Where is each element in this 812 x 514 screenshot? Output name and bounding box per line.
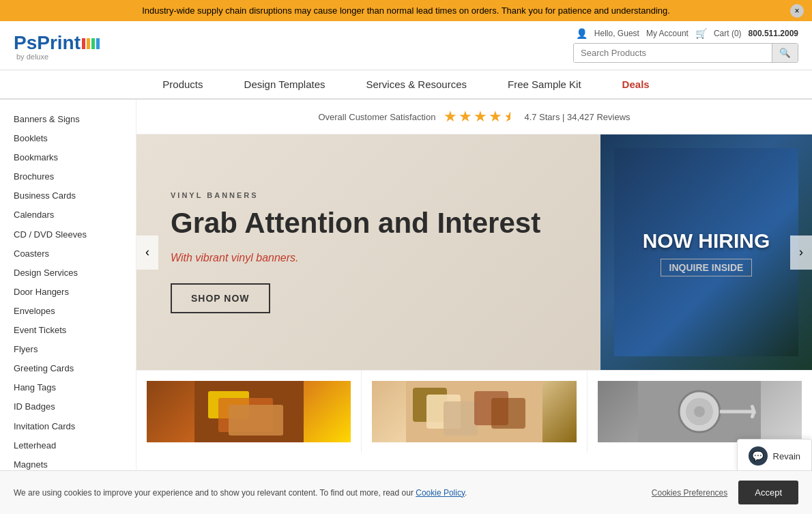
nav-item-design-templates[interactable]: Design Templates — [244, 78, 325, 90]
chat-icon: 💬 — [752, 451, 764, 461]
svg-point-13 — [694, 406, 705, 417]
sidebar-item-coasters[interactable]: Coasters — [14, 244, 122, 263]
cart-link[interactable]: Cart (0) — [714, 29, 742, 38]
rating-text: 4.7 Stars | 34,427 Reviews — [524, 112, 630, 122]
sidebar-item-calendars[interactable]: Calendars — [14, 205, 122, 225]
sidebar-item-greeting-cards[interactable]: Greeting Cards — [14, 359, 122, 378]
nav-item-services[interactable]: Services & Resources — [366, 78, 467, 90]
header: PsPrint by deluxe 👤 Hello, Guest My Acco… — [0, 21, 812, 70]
sidebar-item-hang-tags[interactable]: Hang Tags — [14, 378, 122, 397]
revain-icon: 💬 — [749, 446, 768, 466]
cookie-policy-link[interactable]: Cookie Policy — [416, 488, 465, 498]
phone-number: 800.511.2009 — [749, 29, 798, 38]
hero-desc: With vibrant vinyl banners. — [171, 252, 566, 264]
svg-rect-7 — [444, 401, 478, 436]
nav-item-free-sample[interactable]: Free Sample Kit — [508, 78, 581, 90]
top-banner: Industry-wide supply chain disruptions m… — [0, 0, 812, 21]
sidebar-item-envelopes[interactable]: Envelopes — [14, 302, 122, 321]
banner-text: Industry-wide supply chain disruptions m… — [142, 5, 670, 16]
main-nav: Products Design Templates Services & Res… — [0, 70, 812, 100]
cookie-text: We are using cookies to improve your exp… — [14, 488, 491, 498]
user-icon: 👤 — [576, 28, 588, 39]
product-card-boxes[interactable] — [362, 371, 587, 453]
sidebar-item-cd-dvd-sleeves[interactable]: CD / DVD Sleeves — [14, 225, 122, 244]
nav-item-deals[interactable]: Deals — [622, 78, 650, 90]
revain-widget[interactable]: 💬 Revain — [737, 439, 812, 473]
satisfaction-label: Overall Customer Satisfaction — [318, 112, 435, 122]
sidebar-item-id-badges[interactable]: ID Badges — [14, 397, 122, 416]
sidebar-item-event-tickets[interactable]: Event Tickets — [14, 321, 122, 340]
stars: ★★★★⯨ — [444, 108, 516, 126]
product-cards-row — [136, 370, 812, 453]
logo-subtitle: by deluxe — [16, 53, 48, 61]
product-card-image-labels — [598, 381, 802, 442]
content-area: Banners & Signs Booklets Bookmarks Broch… — [0, 100, 812, 514]
sidebar-item-business-cards[interactable]: Business Cards — [14, 186, 122, 205]
hiring-text-line1: NOW HIRING — [643, 229, 770, 253]
shop-now-button[interactable]: SHOP NOW — [171, 283, 270, 313]
nav-item-products[interactable]: Products — [162, 78, 203, 90]
revain-label: Revain — [773, 451, 800, 461]
sidebar: Banners & Signs Booklets Bookmarks Broch… — [0, 100, 136, 514]
main-content: Overall Customer Satisfaction ★★★★⯨ 4.7 … — [136, 100, 812, 514]
svg-rect-3 — [229, 405, 283, 436]
logo-text: PsPrint — [14, 31, 100, 54]
carousel-next-button[interactable]: › — [790, 235, 812, 270]
sidebar-item-booklets[interactable]: Booklets — [14, 129, 122, 148]
sidebar-item-door-hangers[interactable]: Door Hangers — [14, 283, 122, 302]
sidebar-item-flyers[interactable]: Flyers — [14, 340, 122, 359]
sidebar-item-brochures[interactable]: Brochures — [14, 167, 122, 186]
satisfaction-bar: Overall Customer Satisfaction ★★★★⯨ 4.7 … — [136, 100, 812, 134]
svg-rect-9 — [491, 398, 525, 429]
search-bar: 🔍 — [573, 43, 798, 63]
sidebar-item-letterhead[interactable]: Letterhead — [14, 436, 122, 455]
carousel-prev-button[interactable]: ‹ — [136, 235, 158, 270]
product-card-image-boxes — [372, 381, 576, 442]
search-icon: 🔍 — [779, 48, 791, 58]
banner-close-button[interactable]: × — [790, 4, 804, 18]
sidebar-item-banners-signs[interactable]: Banners & Signs — [14, 110, 122, 129]
hero-title: Grab Attention and Interest — [171, 206, 566, 240]
product-card-image-business-cards — [147, 381, 351, 442]
greeting-text: Hello, Guest — [594, 29, 639, 38]
search-input[interactable] — [574, 44, 772, 62]
my-account-link[interactable]: My Account — [646, 29, 688, 38]
hero-content: VINYL BANNERS Grab Attention and Interes… — [136, 164, 600, 340]
header-top-links: 👤 Hello, Guest My Account 🛒 Cart (0) 800… — [576, 28, 798, 39]
hiring-text-line2: INQUIRE INSIDE — [661, 259, 753, 276]
cookie-preferences-button[interactable]: Cookies Preferences — [652, 488, 727, 498]
search-button[interactable]: 🔍 — [772, 44, 798, 62]
logo[interactable]: PsPrint by deluxe — [14, 31, 100, 61]
cookie-actions: Cookies Preferences Accept — [652, 481, 798, 504]
header-right: 👤 Hello, Guest My Account 🛒 Cart (0) 800… — [573, 28, 798, 63]
product-card-business-cards[interactable] — [136, 371, 362, 453]
sidebar-item-design-services[interactable]: Design Services — [14, 263, 122, 283]
cookie-accept-button[interactable]: Accept — [738, 481, 798, 504]
sidebar-item-invitation-cards[interactable]: Invitation Cards — [14, 417, 122, 436]
hero-banner: VINYL BANNERS Grab Attention and Interes… — [136, 134, 812, 370]
hero-image: NOW HIRING INQUIRE INSIDE — [600, 134, 812, 370]
cart-icon: 🛒 — [695, 28, 707, 39]
cookie-banner: We are using cookies to improve your exp… — [0, 470, 812, 514]
hero-subtitle: VINYL BANNERS — [171, 191, 566, 199]
sidebar-item-bookmarks[interactable]: Bookmarks — [14, 148, 122, 167]
